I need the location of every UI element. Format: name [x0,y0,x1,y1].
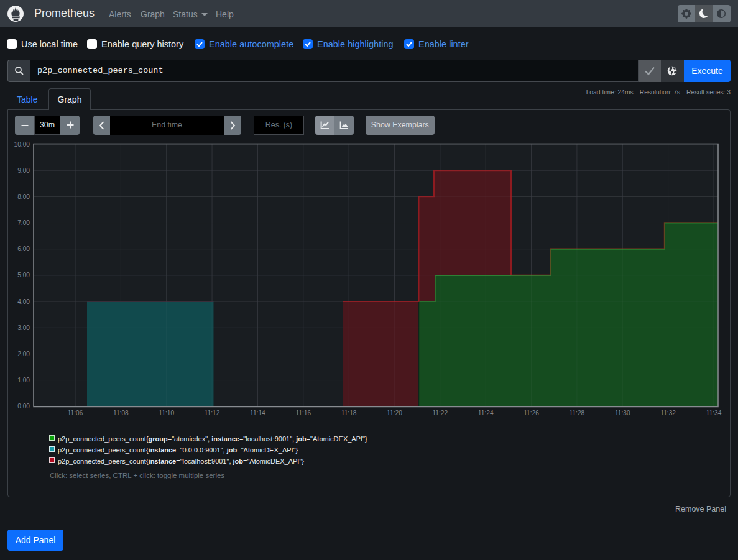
svg-text:11:22: 11:22 [432,410,448,416]
svg-text:11:10: 11:10 [159,410,174,416]
svg-text:2.00: 2.00 [17,351,30,357]
svg-text:3.00: 3.00 [17,324,30,331]
svg-text:9.00: 9.00 [17,167,30,174]
svg-text:4.00: 4.00 [17,298,30,305]
svg-text:8.00: 8.00 [17,193,30,200]
svg-text:7.00: 7.00 [17,219,30,226]
svg-text:11:32: 11:32 [660,410,676,416]
svg-text:11:28: 11:28 [570,410,585,416]
svg-text:11:34: 11:34 [706,410,722,416]
svg-text:11:14: 11:14 [250,410,265,416]
svg-text:11:18: 11:18 [341,410,357,416]
svg-text:11:26: 11:26 [524,410,539,416]
svg-text:10.00: 10.00 [14,141,30,148]
svg-text:1.00: 1.00 [17,377,30,383]
svg-text:6.00: 6.00 [17,246,30,252]
svg-text:11:20: 11:20 [387,410,402,416]
svg-text:5.00: 5.00 [17,272,30,278]
svg-text:11:12: 11:12 [205,410,220,416]
svg-text:11:30: 11:30 [615,410,630,416]
svg-text:11:08: 11:08 [113,410,129,416]
svg-text:11:24: 11:24 [478,410,494,416]
svg-text:11:16: 11:16 [295,410,311,416]
svg-text:11:06: 11:06 [68,410,83,416]
svg-text:0.00: 0.00 [17,403,30,410]
